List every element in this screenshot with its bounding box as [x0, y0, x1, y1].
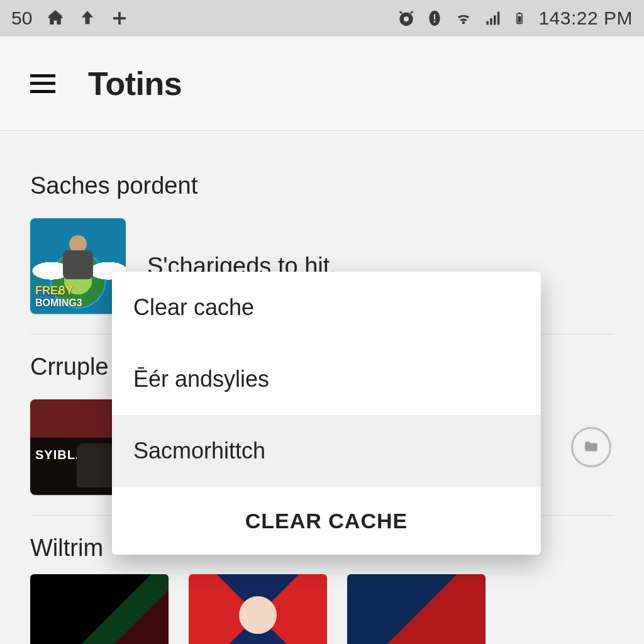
svg-rect-3 — [434, 14, 435, 20]
wifi-icon — [453, 9, 474, 27]
media-tile[interactable] — [189, 574, 327, 644]
signal-icon — [484, 9, 503, 27]
clear-cache-button[interactable]: CLEAR CACHE — [112, 487, 541, 555]
svg-point-1 — [404, 16, 409, 21]
status-time: 143:22 PM — [538, 8, 633, 29]
menu-item-sacmorhittch[interactable]: Sacmorhittch — [112, 415, 541, 487]
app-bar: Totins — [0, 36, 644, 131]
svg-rect-5 — [487, 21, 489, 25]
svg-point-4 — [434, 21, 436, 23]
status-bar: 50 143:22 PM — [0, 0, 644, 36]
menu-item-clear-cache[interactable]: Clear cache — [112, 272, 541, 343]
media-tile[interactable] — [347, 574, 486, 644]
menu-icon[interactable] — [30, 74, 55, 93]
svg-rect-11 — [518, 16, 521, 23]
tile-row — [30, 574, 614, 644]
menu-item-andsylies[interactable]: Ēér andsylies — [112, 343, 541, 415]
context-menu: Clear cache Ēér andsylies Sacmorhittch C… — [112, 272, 541, 555]
media-tile[interactable] — [30, 574, 169, 644]
svg-rect-10 — [519, 13, 521, 14]
plus-icon — [110, 9, 129, 28]
home-icon — [46, 9, 65, 28]
alert-icon — [426, 9, 443, 28]
folder-button[interactable] — [571, 427, 611, 467]
battery-icon — [513, 9, 526, 28]
section-title-1: Saches pordent — [30, 172, 614, 199]
page-title: Totins — [88, 65, 182, 103]
thumb-caption: SYIBLAAW — [35, 448, 107, 462]
upload-icon — [79, 9, 96, 27]
svg-rect-7 — [494, 15, 496, 25]
status-counter: 50 — [11, 8, 32, 29]
svg-rect-6 — [491, 18, 493, 25]
svg-rect-8 — [497, 12, 500, 25]
thumb-caption: FREᏰY — [35, 284, 73, 297]
alarm-icon — [396, 8, 416, 28]
thumb-caption: BOMING3 — [35, 297, 82, 309]
